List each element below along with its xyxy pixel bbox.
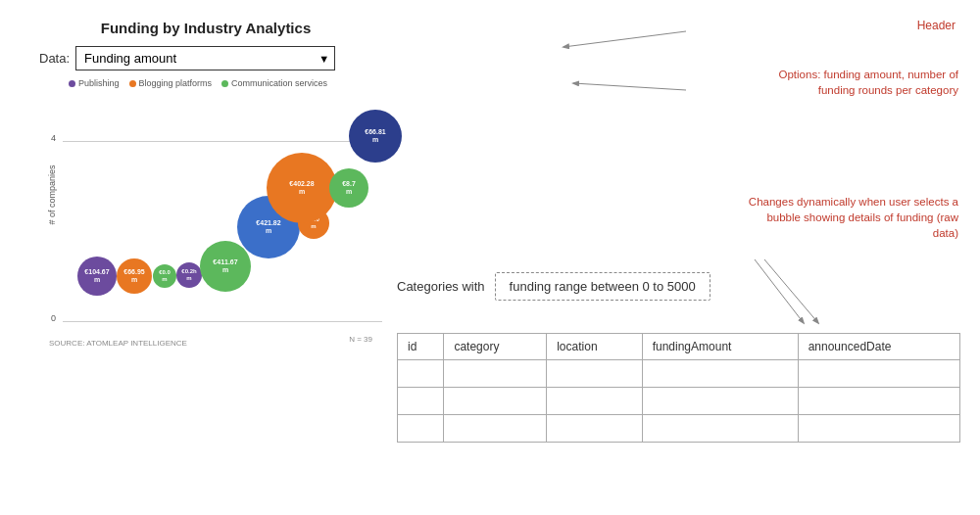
- bubble-8[interactable]: €402.28m: [267, 153, 337, 223]
- y-tick-4: 4: [51, 133, 56, 143]
- y-axis-label: # of companies: [47, 164, 57, 224]
- cell: [642, 360, 798, 388]
- col-header-category: category: [444, 334, 547, 360]
- cell: [798, 415, 959, 443]
- cell: [398, 415, 444, 443]
- chart-legend: Publishing Blogging platforms Communicat…: [29, 78, 382, 88]
- legend-item-communication: Communication services: [221, 78, 327, 88]
- cell: [547, 415, 642, 443]
- cell: [798, 388, 959, 415]
- col-header-funding: fundingAmount: [642, 334, 798, 360]
- dropdown-label: Data:: [39, 51, 70, 66]
- data-table-section: id category location fundingAmount annou…: [397, 333, 960, 443]
- col-header-date: announcedDate: [798, 334, 959, 360]
- legend-label-communication: Communication services: [231, 78, 327, 88]
- categories-section: Categories with funding range between 0 …: [397, 272, 710, 301]
- col-header-location: location: [547, 334, 642, 360]
- table-row: [398, 360, 960, 388]
- svg-line-0: [564, 31, 686, 47]
- funding-range-box: funding range between 0 to 5000: [495, 272, 710, 301]
- annotation-header: Header: [917, 18, 956, 34]
- cell: [798, 360, 959, 388]
- data-dropdown-wrapper[interactable]: Funding amount Number of funding rounds …: [75, 46, 335, 70]
- cell: [444, 388, 547, 415]
- col-header-id: id: [398, 334, 444, 360]
- cell: [547, 360, 642, 388]
- y-tick-0: 0: [51, 313, 56, 323]
- annotation-options: Options: funding amount, number of fundi…: [753, 67, 958, 98]
- table-row: [398, 388, 960, 415]
- data-table: id category location fundingAmount annou…: [397, 333, 960, 443]
- legend-dot-communication: [221, 80, 228, 87]
- cell: [444, 360, 547, 388]
- n-value: N = 39: [349, 335, 372, 348]
- table-row: [398, 415, 960, 443]
- svg-line-3: [764, 259, 818, 323]
- legend-item-blogging: Blogging platforms: [129, 78, 213, 88]
- source-text: SOURCE: ATOMLEAP INTELLIGENCE: [39, 339, 187, 348]
- bubble-chart-area: €104.67m €66.95m €0.0m €0.2hm €411.67m: [63, 92, 396, 327]
- annotation-dynamic: Changes dynamically when user selects a …: [738, 194, 958, 241]
- cell: [398, 360, 444, 388]
- legend-label-blogging: Blogging platforms: [139, 78, 213, 88]
- cell: [642, 388, 798, 415]
- legend-item-publishing: Publishing: [69, 78, 120, 88]
- cell: [398, 388, 444, 415]
- cell: [444, 415, 547, 443]
- legend-dot-publishing: [69, 80, 75, 87]
- bubble-1[interactable]: €104.67m: [77, 257, 117, 296]
- bubble-4[interactable]: €0.2hm: [176, 262, 202, 288]
- chart-title: Funding by Industry Analytics: [29, 20, 382, 36]
- data-dropdown[interactable]: Funding amount Number of funding rounds …: [75, 46, 335, 70]
- categories-prefix: Categories with: [397, 279, 485, 294]
- legend-dot-blogging: [129, 80, 136, 87]
- bubble-5[interactable]: €411.67m: [200, 241, 251, 292]
- bubble-3[interactable]: €0.0m: [153, 264, 176, 288]
- legend-label-publishing: Publishing: [78, 78, 120, 88]
- svg-line-1: [573, 83, 686, 90]
- cell: [547, 388, 642, 415]
- svg-line-2: [755, 259, 804, 323]
- bubble-2[interactable]: €66.95m: [117, 258, 152, 294]
- bubble-9[interactable]: €8.7m: [329, 168, 368, 208]
- cell: [642, 415, 798, 443]
